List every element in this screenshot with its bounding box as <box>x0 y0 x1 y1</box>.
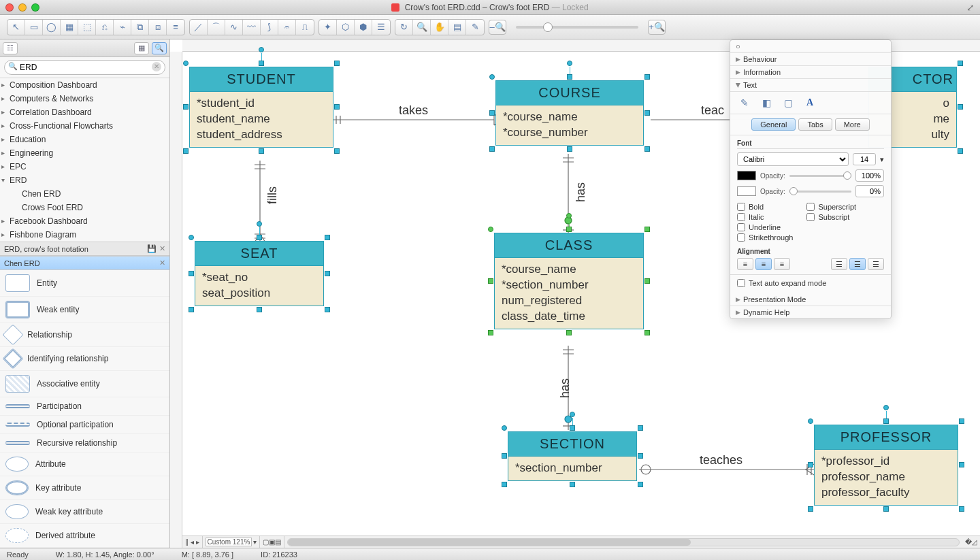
align-center-button[interactable]: ≡ <box>755 258 772 270</box>
ortho-tool[interactable]: ⎍ <box>296 20 314 35</box>
smart-tool[interactable]: ∿ <box>225 20 243 35</box>
entity-professor[interactable]: PROFESSOR *professor_id professor_name p… <box>814 425 958 506</box>
tree-node[interactable]: ▸Computers & Networks <box>0 92 169 105</box>
entity-section[interactable]: SECTION *section_number <box>508 431 637 481</box>
sub-check[interactable]: Subscript <box>806 213 856 221</box>
library-search-input[interactable] <box>4 60 165 75</box>
library-items[interactable]: Entity Weak entity Relationship Identify… <box>0 270 169 548</box>
lib-item[interactable]: Recursive relationship <box>0 434 169 452</box>
library-header-crow[interactable]: ERD, crow's foot notation 💾✕ <box>0 242 169 256</box>
zoom-out-button[interactable]: –🔍 <box>489 20 506 35</box>
tree-node[interactable]: ▸Engineering <box>0 146 169 160</box>
valign-mid-button[interactable]: ☰ <box>849 258 866 270</box>
opacity-value-2[interactable] <box>855 185 884 197</box>
arc-tool[interactable]: ⌒ <box>208 20 225 35</box>
close-lib-icon[interactable]: ✕ <box>159 259 165 267</box>
spline-tool[interactable]: 〰 <box>243 20 261 35</box>
opacity-slider-2[interactable] <box>789 191 851 193</box>
inspector-text[interactable]: ▶Text <box>730 79 891 92</box>
lib-item[interactable]: Weak key attribute <box>0 500 169 524</box>
zoom-in-button[interactable]: +🔍 <box>648 20 666 35</box>
tree-tool[interactable]: ⬚ <box>78 20 96 35</box>
italic-check[interactable]: Italic <box>737 213 793 221</box>
font-size-input[interactable] <box>853 153 876 165</box>
tab-tabs[interactable]: Tabs <box>798 118 832 131</box>
page-nav[interactable]: ‖ ◂ ▸ <box>182 536 203 548</box>
view-mode-toggle[interactable]: ▢▣▤ <box>260 536 284 548</box>
select-tool[interactable]: ↖ <box>7 20 25 35</box>
present-tool[interactable]: ▤ <box>448 20 466 35</box>
tree-child[interactable]: Crows Foot ERD <box>0 201 169 214</box>
tree-node[interactable]: ▸Fishbone Diagram <box>0 228 169 242</box>
text-color-swatch[interactable] <box>737 171 756 180</box>
lib4-tool[interactable]: ☰ <box>372 20 390 35</box>
lib-item[interactable]: Weak entity <box>0 297 169 323</box>
bg-color-swatch[interactable] <box>737 186 756 196</box>
refresh-tool[interactable]: ↻ <box>395 20 413 35</box>
underline-check[interactable]: Underline <box>737 223 793 231</box>
branch-tool[interactable]: ⎌ <box>96 20 114 35</box>
entity-class[interactable]: CLASS *course_name *section_number num_r… <box>494 233 644 329</box>
underline-color-icon[interactable]: ✎ <box>737 96 752 110</box>
text-style-icon[interactable]: A <box>802 96 817 110</box>
highlight-icon[interactable]: ◧ <box>759 96 774 110</box>
box-icon[interactable]: ▢ <box>781 96 796 110</box>
tree-node-erd[interactable]: ▾ERD <box>0 174 169 187</box>
entity-student[interactable]: STUDENT *student_id student_name student… <box>189 67 333 148</box>
auto-expand-check[interactable]: Text auto expand mode <box>737 279 884 287</box>
tab-more[interactable]: More <box>835 118 870 131</box>
opacity-value-1[interactable] <box>855 169 884 182</box>
bold-check[interactable]: Bold <box>737 203 793 211</box>
library-header-chen[interactable]: Chen ERD ✕ <box>0 256 169 270</box>
resize-grip-icon[interactable]: �◿ <box>962 536 980 548</box>
close-lib-icon[interactable]: ✕ <box>159 244 165 253</box>
lib-item[interactable]: Attribute <box>0 452 169 476</box>
align-right-button[interactable]: ≡ <box>774 258 790 270</box>
ellipse-tool[interactable]: ◯ <box>43 20 61 35</box>
lib-item[interactable]: Participation <box>0 397 169 416</box>
strike-check[interactable]: Strikethrough <box>737 233 793 242</box>
tree-node[interactable]: ▸Facebook Dashboard <box>0 214 169 228</box>
tab-general[interactable]: General <box>751 118 796 131</box>
font-select[interactable]: Calibri <box>737 152 849 166</box>
lib-item[interactable]: Associative entity <box>0 371 169 397</box>
tree-view-tab[interactable]: ☷ <box>3 42 18 54</box>
valign-top-button[interactable]: ☰ <box>831 258 847 270</box>
zoom-select[interactable]: Custom 121% <box>206 538 252 546</box>
entity-course[interactable]: COURSE *course_name *course_number <box>495 80 644 146</box>
tree-node[interactable]: ▸EPC <box>0 160 169 174</box>
grid-view-tab[interactable]: ▦ <box>134 42 149 54</box>
group-tool[interactable]: ⧉ <box>131 20 149 35</box>
library-tree[interactable]: ▸Composition Dashboard ▸Computers & Netw… <box>0 78 169 242</box>
inspector-radio[interactable]: ○ <box>730 40 891 53</box>
tree-node[interactable]: ▸Education <box>0 133 169 146</box>
tree-node[interactable]: ▸Correlation Dashboard <box>0 105 169 119</box>
pan-tool[interactable]: ✋ <box>431 20 448 35</box>
table-tool[interactable]: ▦ <box>61 20 78 35</box>
lib-item[interactable]: Optional participation <box>0 416 169 434</box>
chain-tool[interactable]: ⌁ <box>114 20 131 35</box>
bezier-tool[interactable]: 𝄐 <box>278 20 296 35</box>
search-tab[interactable]: 🔍 <box>152 42 167 54</box>
eyedrop-tool[interactable]: ✎ <box>466 20 484 35</box>
line-tool[interactable]: ／ <box>190 20 208 35</box>
align-left-button[interactable]: ≡ <box>737 258 753 270</box>
inspector-panel[interactable]: ○ ▶Behaviour ▶Information ▶Text ✎ ◧ ▢ A … <box>730 39 892 319</box>
valign-bot-button[interactable]: ☰ <box>868 258 884 270</box>
opacity-slider-1[interactable] <box>789 175 851 177</box>
entity-seat[interactable]: SEAT *seat_no seat_position <box>195 241 324 306</box>
lib3-tool[interactable]: ⬢ <box>355 20 372 35</box>
round-tool[interactable]: ⟆ <box>261 20 278 35</box>
tree-node[interactable]: ▸Cross-Functional Flowcharts <box>0 119 169 133</box>
ungroup-tool[interactable]: ⧈ <box>149 20 167 35</box>
lib-item[interactable]: Entity <box>0 270 169 297</box>
inspector-presentation[interactable]: ▶Presentation Mode <box>730 293 891 306</box>
lib-item[interactable]: Relationship <box>0 323 169 347</box>
zoom-tool[interactable]: 🔍 <box>413 20 431 35</box>
lib1-tool[interactable]: ✦ <box>319 20 337 35</box>
tree-child[interactable]: Chen ERD <box>0 187 169 201</box>
zoom-slider[interactable] <box>516 26 638 29</box>
lib-item[interactable]: Derived attribute <box>0 524 169 548</box>
lib-item[interactable]: Key attribute <box>0 476 169 500</box>
save-lib-icon[interactable]: 💾 <box>147 244 157 253</box>
